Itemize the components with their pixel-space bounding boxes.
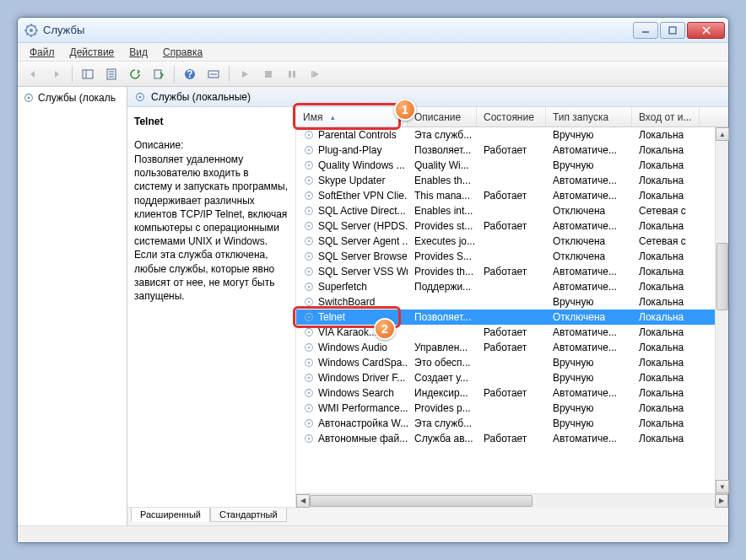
menu-action[interactable]: Действие (63, 45, 122, 60)
service-row[interactable]: Автономные фай...Служба ав...РаботаетАвт… (296, 431, 715, 446)
service-row[interactable]: Windows Driver F...Создает у...ВручнуюЛо… (296, 370, 715, 385)
tree-root-label: Службы (локаль (38, 92, 116, 104)
menu-help[interactable]: Справка (156, 45, 209, 60)
menu-file[interactable]: Файл (23, 45, 62, 60)
cell-start: Автоматиче... (546, 281, 632, 293)
service-icon (303, 357, 315, 369)
cell-desc: Provides p... (408, 402, 477, 414)
services-icon (23, 92, 35, 104)
service-row[interactable]: TelnetПозволяет...ОтключенаЛокальна (296, 310, 715, 325)
menu-view[interactable]: Вид (122, 45, 154, 60)
services-icon (134, 91, 146, 103)
service-icon (303, 235, 315, 247)
svg-rect-3 (83, 70, 93, 78)
cell-name: Parental Controls (296, 129, 408, 141)
service-row[interactable]: Parental ControlsЭта служб...ВручнуюЛока… (296, 127, 715, 143)
column-name[interactable]: Имя▴ (296, 107, 408, 127)
vertical-scrollbar[interactable]: ▲ ▼ (715, 127, 728, 493)
service-row[interactable]: VIA Karaok...РаботаетАвтоматиче...Локаль… (296, 325, 715, 340)
properties-button[interactable] (101, 64, 122, 84)
service-row[interactable]: SQL Server Agent ...Executes jo...Отключ… (296, 234, 715, 249)
cell-desc: Executes jo... (408, 235, 477, 247)
hscroll-thumb[interactable] (310, 495, 532, 507)
maximize-button[interactable] (660, 22, 685, 39)
svg-point-36 (308, 271, 311, 273)
titlebar[interactable]: Службы (18, 18, 728, 43)
cell-desc: Enables int... (408, 205, 477, 217)
forward-button[interactable] (46, 64, 67, 84)
annotation-badge-2: 2 (374, 318, 396, 340)
cell-logon: Локальна (632, 326, 700, 338)
service-icon (303, 433, 315, 444)
svg-point-56 (308, 423, 311, 425)
service-row[interactable]: Plug-and-PlayПозволяет...РаботаетАвтомат… (296, 143, 715, 158)
column-start[interactable]: Тип запуска (546, 107, 632, 127)
horizontal-scrollbar[interactable]: ◀ ▶ (296, 493, 728, 507)
cell-desc: Создает у... (408, 372, 477, 384)
svg-point-14 (28, 97, 30, 100)
cell-start: Автоматиче... (546, 387, 632, 399)
cell-logon: Локальна (632, 250, 700, 262)
service-row[interactable]: Windows SearchИндексир...РаботаетАвтомат… (296, 385, 715, 401)
help-button[interactable]: ? (180, 64, 200, 84)
tab-extended[interactable]: Расширенный (131, 508, 210, 522)
close-button[interactable] (687, 22, 725, 39)
service-row[interactable]: SQL Server (HPDS...Provides st...Работае… (296, 218, 715, 234)
service-row[interactable]: SoftEther VPN Clie...This mana...Работае… (296, 188, 715, 203)
back-button[interactable] (23, 64, 43, 84)
service-icon (303, 342, 315, 353)
service-row[interactable]: Quality Windows ...Quality Wi...ВручнуюЛ… (296, 158, 715, 173)
service-icon (303, 296, 315, 308)
cell-start: Автоматиче... (546, 190, 632, 202)
service-icon (303, 190, 315, 202)
pause-service-button[interactable] (282, 64, 302, 84)
service-row[interactable]: SQL Active Direct...Enables int...Отключ… (296, 203, 715, 218)
service-row[interactable]: SwitchBoardВручнуюЛокальна (296, 294, 715, 310)
cell-name: SoftEther VPN Clie... (296, 190, 408, 202)
service-row[interactable]: Windows AudioУправлен...РаботаетАвтомати… (296, 340, 715, 355)
service-row[interactable]: WMI Performance...Provides p...ВручнуюЛо… (296, 401, 715, 416)
service-row[interactable]: SQL Server VSS Wr...Provides th...Работа… (296, 264, 715, 279)
stop-service-button[interactable] (258, 64, 278, 84)
show-hide-tree-button[interactable] (78, 64, 98, 84)
svg-point-32 (308, 240, 311, 243)
svg-point-30 (308, 225, 311, 228)
svg-rect-9 (265, 71, 272, 78)
refresh-button[interactable] (125, 64, 145, 84)
service-row[interactable]: Skype UpdaterEnables th...Автоматиче...Л… (296, 173, 715, 188)
cell-desc: Эта служб... (408, 129, 477, 141)
list-body[interactable]: Parental ControlsЭта служб...ВручнуюЛока… (296, 127, 715, 493)
cell-logon: Локальна (632, 433, 700, 444)
service-row[interactable]: Windows CardSpa...Это обесп...ВручнуюЛок… (296, 355, 715, 370)
svg-rect-2 (669, 27, 676, 34)
vscroll-thumb[interactable] (716, 243, 728, 310)
cell-start: Отключена (546, 311, 632, 323)
svg-point-42 (308, 316, 311, 319)
cell-desc: Управлен... (408, 342, 477, 353)
scroll-right-button[interactable]: ▶ (715, 494, 728, 508)
column-logon[interactable]: Вход от и... (632, 107, 700, 127)
tab-standard[interactable]: Стандартный (210, 508, 287, 522)
column-state[interactable]: Состояние (477, 107, 546, 127)
service-row[interactable]: SuperfetchПоддержи...Автоматиче...Локаль… (296, 279, 715, 294)
service-icon (303, 281, 315, 293)
restart-service-button[interactable] (305, 64, 326, 84)
cell-start: Вручную (546, 159, 632, 171)
minimize-button[interactable] (633, 22, 658, 39)
scroll-down-button[interactable]: ▼ (716, 480, 729, 493)
export-list-button[interactable] (149, 64, 169, 84)
tree-root-services[interactable]: Службы (локаль (18, 90, 127, 105)
cell-logon: Локальна (632, 159, 700, 171)
service-icon (303, 266, 315, 277)
scroll-left-button[interactable]: ◀ (296, 494, 310, 508)
service-row[interactable]: Автонастройка W...Эта служб...ВручнуюЛок… (296, 416, 715, 431)
scroll-up-button[interactable]: ▲ (716, 127, 729, 141)
cell-desc: Позволяет... (408, 144, 477, 156)
column-desc[interactable]: Описание (408, 107, 477, 127)
service-row[interactable]: SQL Server BrowserProvides S...Отключена… (296, 249, 715, 264)
svg-point-48 (308, 362, 311, 364)
action-button[interactable] (203, 64, 224, 84)
svg-point-38 (308, 286, 311, 288)
start-service-button[interactable] (235, 64, 255, 84)
cell-start: Автоматиче... (546, 220, 632, 232)
